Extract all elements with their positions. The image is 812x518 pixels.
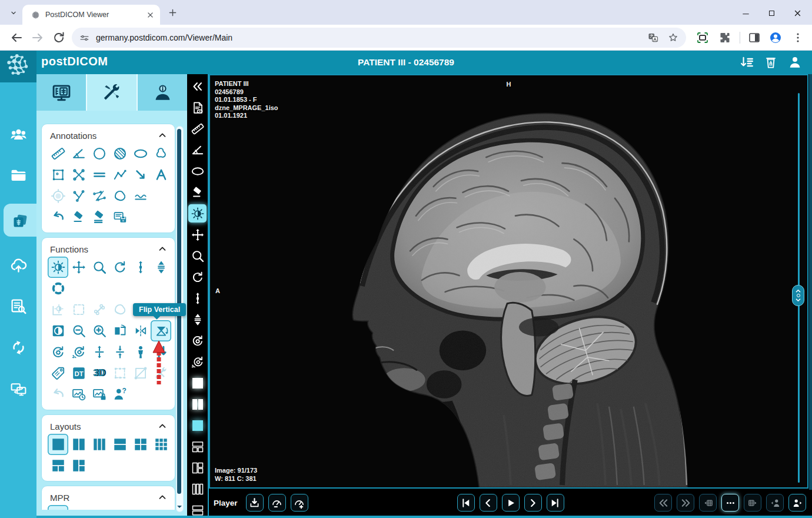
cine-auto-icon[interactable] <box>68 341 89 363</box>
profile-avatar[interactable] <box>768 31 783 45</box>
collapse-section-icon[interactable] <box>157 492 168 503</box>
zoom-icon[interactable] <box>89 257 109 278</box>
rotate-icon[interactable] <box>188 268 207 286</box>
tab-close-icon[interactable] <box>145 10 155 20</box>
cine-auto-icon[interactable] <box>188 353 207 371</box>
circle-hatched-icon[interactable] <box>109 143 130 164</box>
back-button[interactable] <box>9 31 24 45</box>
angle-icon[interactable] <box>68 143 89 164</box>
forward-button[interactable] <box>31 31 45 45</box>
bookmark-star-icon[interactable] <box>667 32 679 44</box>
stretch-v-icon[interactable] <box>188 289 207 307</box>
invert-icon[interactable] <box>48 320 68 341</box>
layout-2col-icon[interactable] <box>68 434 89 455</box>
layout-2x2-icon[interactable] <box>130 434 151 455</box>
freehand-icon[interactable] <box>151 143 171 164</box>
layout-1-2r-o-icon[interactable] <box>188 459 207 477</box>
ellipse-icon[interactable] <box>130 143 151 164</box>
new-tab-button[interactable] <box>167 7 178 18</box>
dt-icon[interactable]: DT <box>68 363 89 384</box>
tools-icon[interactable] <box>87 74 137 111</box>
image-viewport[interactable]: PATIENT III 02456789 01.01.1853 - F dzne… <box>209 74 808 489</box>
screens-share-icon[interactable] <box>0 376 36 401</box>
layout-2row-icon[interactable] <box>109 434 130 455</box>
layout-1-2r-icon[interactable] <box>68 455 89 476</box>
polyline-icon[interactable] <box>109 164 130 185</box>
stretch-v-icon[interactable] <box>130 257 151 278</box>
sync-arrows-icon[interactable] <box>0 334 36 360</box>
pan-icon[interactable] <box>68 257 89 278</box>
collapse-section-icon[interactable] <box>157 244 168 254</box>
scrollbar-down-arrow[interactable] <box>177 506 182 510</box>
stack-scroll-icon[interactable] <box>151 257 171 278</box>
collapse-icon[interactable] <box>188 77 207 95</box>
address-bar[interactable]: germany.postdicom.com/Viewer/Main <box>72 28 686 48</box>
flip-page-icon[interactable] <box>109 320 130 341</box>
recycle-bin-icon[interactable] <box>763 55 778 70</box>
closed-freehand-icon[interactable] <box>109 185 130 207</box>
sort-desc-icon[interactable] <box>739 55 754 70</box>
reload-button[interactable] <box>52 31 66 45</box>
speed-minus-icon[interactable] <box>268 494 286 512</box>
play-tri-icon[interactable] <box>502 494 520 512</box>
window-level-icon[interactable] <box>48 257 68 278</box>
person-question-icon[interactable]: ? <box>109 384 130 405</box>
patient-orient-icon[interactable] <box>130 341 151 363</box>
translate-icon[interactable] <box>647 32 659 44</box>
eraser-icon[interactable] <box>188 183 207 201</box>
download-tray-icon[interactable] <box>246 494 264 512</box>
layout-3col-icon[interactable] <box>89 434 109 455</box>
window-maximize-button[interactable] <box>764 5 779 21</box>
zoom-out-icon[interactable] <box>68 320 89 341</box>
cine-icon[interactable] <box>48 341 68 363</box>
prev-ch-icon[interactable] <box>480 494 497 512</box>
ruler-icon[interactable] <box>48 143 68 164</box>
side-panel-icon[interactable] <box>747 31 761 45</box>
more-dots-icon[interactable] <box>721 494 739 512</box>
threed-icon[interactable]: 3D3D <box>89 363 109 384</box>
next-ch-icon[interactable] <box>524 494 542 512</box>
layout-2col-icon[interactable] <box>188 395 207 413</box>
xray-stack-icon[interactable] <box>4 204 36 237</box>
folder-icon[interactable] <box>0 162 36 188</box>
user-solid-icon[interactable] <box>787 55 803 70</box>
layout-3x3-icon[interactable] <box>151 434 171 455</box>
patient-next-icon[interactable] <box>788 494 806 512</box>
mpr-tile-icon[interactable] <box>48 505 68 510</box>
cobb-angle-icon[interactable] <box>89 185 109 207</box>
extensions-icon[interactable] <box>718 31 732 45</box>
pan-icon[interactable] <box>188 225 207 244</box>
ellipse-icon[interactable] <box>188 162 207 180</box>
collapse-section-icon[interactable] <box>157 130 168 141</box>
flip-h-icon[interactable] <box>130 320 151 341</box>
window-level-icon[interactable] <box>188 204 207 223</box>
eraser-icon[interactable] <box>68 207 89 228</box>
window-close-button[interactable] <box>790 5 805 21</box>
arrow-se-icon[interactable] <box>130 164 151 185</box>
cine-icon[interactable] <box>188 331 207 350</box>
angle-icon[interactable] <box>188 141 207 159</box>
monitor-medical-icon[interactable] <box>36 74 86 111</box>
browser-tab[interactable]: PostDICOM Viewer <box>22 5 160 25</box>
layout-1-2-o-icon[interactable] <box>188 437 207 456</box>
crosshair-icon[interactable] <box>48 278 68 299</box>
report-eye-icon[interactable] <box>188 98 207 117</box>
parallel-lines-icon[interactable] <box>89 164 109 185</box>
circle-icon[interactable] <box>89 143 109 164</box>
layout-1-2-icon[interactable] <box>48 455 68 476</box>
browser-menu-icon[interactable] <box>791 31 805 45</box>
save-annotations-icon[interactable] <box>109 207 130 228</box>
window-minimize-button[interactable] <box>738 5 753 21</box>
collapse-v-icon[interactable] <box>109 341 130 363</box>
panel-scrollbar[interactable] <box>176 126 184 512</box>
layout-1-icon[interactable] <box>48 434 68 455</box>
screen-capture-icon[interactable] <box>695 31 710 45</box>
person-info-icon[interactable] <box>138 74 187 111</box>
ruler-icon[interactable] <box>188 119 207 138</box>
users-group-icon[interactable] <box>0 121 36 147</box>
cross-measure-icon[interactable] <box>68 164 89 185</box>
undo-icon[interactable] <box>48 207 68 228</box>
tab-search-button[interactable] <box>6 5 21 21</box>
open-angle-icon[interactable] <box>68 185 89 207</box>
layout-1-icon[interactable] <box>188 374 207 392</box>
